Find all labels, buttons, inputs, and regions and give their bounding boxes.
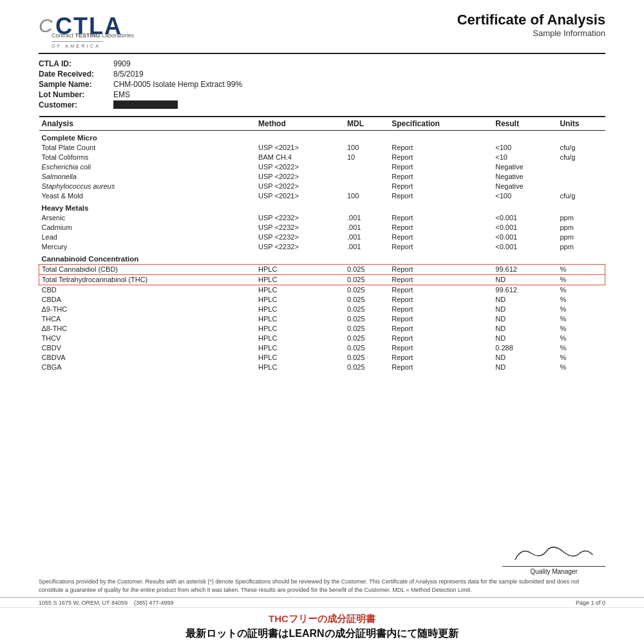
cell-method: HPLC — [256, 343, 345, 353]
cell-units: % — [557, 264, 605, 274]
cell-units: % — [557, 314, 605, 324]
cell-result: ND — [493, 314, 557, 324]
table-row: Staphylococcus aureusUSP <2022>ReportNeg… — [39, 182, 605, 191]
cell-analysis: Yeast & Mold — [39, 191, 256, 201]
cell-method: USP <2021> — [256, 191, 345, 201]
cell-units: % — [557, 353, 605, 363]
cell-result: <0.001 — [493, 213, 557, 223]
cell-result: ND — [493, 353, 557, 363]
signature-block: Quality Manager — [502, 539, 605, 575]
cell-analysis: CBDA — [39, 295, 256, 305]
info-row-name: Sample Name: CHM-0005 Isolate Hemp Extra… — [39, 80, 605, 89]
signature-image — [502, 539, 605, 565]
cell-analysis: Δ9-THC — [39, 305, 256, 314]
cell-spec: Report — [389, 285, 493, 295]
cell-analysis: CBDVA — [39, 353, 256, 363]
cell-result: <10 — [493, 153, 557, 162]
cell-mdl: 0.025 — [345, 334, 389, 343]
table-row: SalmonellaUSP <2022>ReportNegative — [39, 172, 605, 182]
col-analysis: Analysis — [39, 117, 256, 131]
cell-units: % — [557, 324, 605, 334]
signature-section: Quality Manager — [0, 539, 644, 575]
footer-notes-text: Specifications provided by the Customer.… — [39, 578, 579, 593]
table-header-row: Analysis Method MDL Specification Result… — [39, 117, 605, 131]
cell-spec: Report — [389, 295, 493, 305]
info-row-lot: Lot Number: EMS — [39, 90, 605, 99]
col-mdl: MDL — [345, 117, 389, 131]
japanese-line1: THCフリーの成分証明書 — [0, 612, 644, 627]
cell-analysis: Escherichia coli — [39, 162, 256, 172]
cell-units: % — [557, 334, 605, 343]
cell-units: ppm — [557, 242, 605, 252]
cell-analysis: Lead — [39, 232, 256, 242]
table-section-header: Heavy Metals — [39, 201, 605, 213]
date-label: Date Received: — [39, 70, 109, 79]
cell-spec: Report — [389, 191, 493, 201]
cell-spec: Report — [389, 353, 493, 363]
cell-spec: Report — [389, 324, 493, 334]
table-row: CBGAHPLC0.025ReportND% — [39, 363, 605, 372]
cell-method: HPLC — [256, 285, 345, 295]
table-row: CBDVAHPLC0.025ReportND% — [39, 353, 605, 363]
cell-units: cfu/g — [557, 143, 605, 153]
cell-method: USP <2022> — [256, 162, 345, 172]
col-method: Method — [256, 117, 345, 131]
cell-method: HPLC — [256, 305, 345, 314]
table-row: CBDHPLC0.025Report99.612% — [39, 285, 605, 295]
cell-method: USP <2022> — [256, 172, 345, 182]
cell-analysis: CBGA — [39, 363, 256, 372]
table-row: Δ8-THCHPLC0.025ReportND% — [39, 324, 605, 334]
cell-mdl: 0.025 — [345, 363, 389, 372]
cell-analysis: CBDV — [39, 343, 256, 353]
cell-units — [557, 182, 605, 191]
cell-analysis: Δ8-THC — [39, 324, 256, 334]
cell-result: <0.001 — [493, 223, 557, 232]
footer-bar: 1055 S 1675 W, OREM, UT 84059 (385) 477-… — [0, 597, 644, 607]
cell-mdl: 0.025 — [345, 295, 389, 305]
cell-method: BAM CH.4 — [256, 153, 345, 162]
cell-units: % — [557, 295, 605, 305]
japanese-footer: THCフリーの成分証明書 最新ロットの証明書はLEARNの成分証明書内にて随時更… — [0, 607, 644, 645]
cell-method: USP <2232> — [256, 242, 345, 252]
cell-method: HPLC — [256, 314, 345, 324]
cell-result: <100 — [493, 191, 557, 201]
logo-subtitle: Contract TESTING Laboratories — [52, 32, 134, 39]
info-row-id: CTLA ID: 9909 — [39, 59, 605, 68]
sample-name-label: Sample Name: — [39, 80, 109, 89]
cell-method: HPLC — [256, 295, 345, 305]
main-content: С CTLA Contract TESTING Laboratories OF … — [0, 0, 644, 534]
cell-mdl: .001 — [345, 213, 389, 223]
customer-label: Customer: — [39, 100, 109, 109]
cell-analysis: CBD — [39, 285, 256, 295]
analysis-table: Analysis Method MDL Specification Result… — [39, 116, 605, 372]
table-row: Yeast & MoldUSP <2021>100Report<100cfu/g — [39, 191, 605, 201]
cell-mdl: 100 — [345, 191, 389, 201]
table-body: Complete MicroTotal Plate CountUSP <2021… — [39, 130, 605, 372]
cell-mdl: 0.025 — [345, 305, 389, 314]
section-title: Complete Micro — [39, 130, 605, 143]
cell-analysis: THCA — [39, 314, 256, 324]
table-row: Total Plate CountUSP <2021>100Report<100… — [39, 143, 605, 153]
col-result: Result — [493, 117, 557, 131]
cell-method: USP <2232> — [256, 232, 345, 242]
cell-result: 99.612 — [493, 285, 557, 295]
cell-spec: Report — [389, 334, 493, 343]
cell-analysis: Salmonella — [39, 172, 256, 182]
col-specification: Specification — [389, 117, 493, 131]
ctla-id-value: 9909 — [113, 59, 131, 68]
table-header: Analysis Method MDL Specification Result… — [39, 117, 605, 131]
cell-result: ND — [493, 334, 557, 343]
cell-analysis: Cadmium — [39, 223, 256, 232]
cell-method: USP <2232> — [256, 223, 345, 232]
cell-mdl: 100 — [345, 143, 389, 153]
cell-units — [557, 162, 605, 172]
lot-value: EMS — [113, 90, 130, 99]
cell-units: ppm — [557, 223, 605, 232]
cell-spec: Report — [389, 223, 493, 232]
cell-mdl: 0.025 — [345, 324, 389, 334]
cell-units: % — [557, 274, 605, 285]
footer-address: 1055 S 1675 W, OREM, UT 84059 (385) 477-… — [39, 600, 173, 606]
cell-units: cfu/g — [557, 153, 605, 162]
section-title: Heavy Metals — [39, 201, 605, 213]
cell-spec: Report — [389, 363, 493, 372]
